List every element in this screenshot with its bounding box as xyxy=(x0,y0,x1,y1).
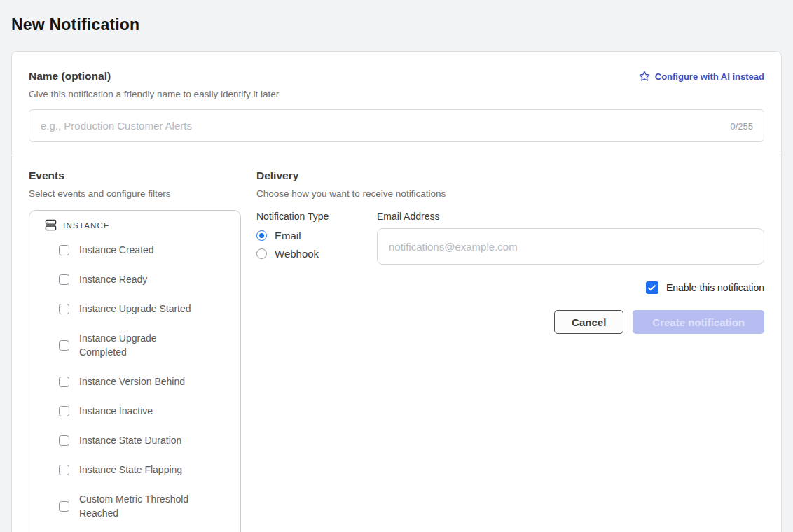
event-item-instance-ready[interactable]: Instance Ready xyxy=(29,272,240,286)
name-section-description: Give this notification a friendly name t… xyxy=(29,89,764,99)
new-notification-card: Name (optional) Configure with AI instea… xyxy=(11,51,782,532)
enable-notification-label: Enable this notification xyxy=(666,282,764,293)
events-section: Events Select events and configure filte… xyxy=(29,169,241,532)
star-icon xyxy=(639,71,650,82)
email-address-label: Email Address xyxy=(377,211,764,222)
name-section-heading: Name (optional) xyxy=(29,70,111,83)
checkbox[interactable] xyxy=(59,406,69,416)
configure-with-ai-button[interactable]: Configure with AI instead xyxy=(639,71,764,82)
checkbox[interactable] xyxy=(59,435,69,446)
checkbox[interactable] xyxy=(59,501,69,512)
notification-type-label: Notification Type xyxy=(256,211,377,222)
event-item-custom-metric-threshold[interactable]: Custom Metric Threshold Reached xyxy=(29,492,240,520)
delivery-section: Delivery Choose how you want to receive … xyxy=(256,169,764,532)
checkbox[interactable] xyxy=(59,340,69,351)
event-item-instance-version-behind[interactable]: Instance Version Behind xyxy=(29,374,240,388)
events-heading: Events xyxy=(29,169,241,182)
create-notification-button[interactable]: Create notification xyxy=(633,310,764,334)
server-icon xyxy=(45,219,57,231)
radio-option-webhook[interactable]: Webhook xyxy=(256,248,377,260)
events-description: Select events and configure filters xyxy=(29,188,241,199)
char-counter: 0/255 xyxy=(730,120,753,131)
enable-notification-row[interactable]: Enable this notification xyxy=(256,281,764,294)
radio-webhook[interactable] xyxy=(256,248,267,259)
event-item-instance-upgrade-completed[interactable]: Instance Upgrade Completed xyxy=(29,331,240,359)
configure-with-ai-label: Configure with AI instead xyxy=(655,71,764,82)
event-item-instance-state-flapping[interactable]: Instance State Flapping xyxy=(29,463,240,477)
checkbox[interactable] xyxy=(59,304,69,314)
event-item-instance-inactive[interactable]: Instance Inactive xyxy=(29,404,240,418)
checkbox[interactable] xyxy=(59,274,69,285)
event-item-instance-created[interactable]: Instance Created xyxy=(29,243,240,257)
checkbox[interactable] xyxy=(59,465,69,475)
notification-name-input[interactable] xyxy=(29,109,764,142)
delivery-description: Choose how you want to receive notificat… xyxy=(256,188,764,199)
event-item-instance-upgrade-started[interactable]: Instance Upgrade Started xyxy=(29,302,240,316)
checkbox[interactable] xyxy=(59,245,69,255)
checkbox[interactable] xyxy=(59,377,69,387)
event-group-label: INSTANCE xyxy=(63,221,110,230)
radio-option-email[interactable]: Email xyxy=(256,230,377,241)
name-section: Name (optional) Configure with AI instea… xyxy=(12,52,781,155)
page-title: New Notification xyxy=(11,15,793,34)
event-group-instance: INSTANCE xyxy=(29,219,240,231)
enable-notification-checkbox[interactable] xyxy=(646,281,658,294)
radio-email[interactable] xyxy=(256,230,267,241)
email-address-input[interactable] xyxy=(377,228,764,265)
events-list: INSTANCE Instance Created Instance Ready… xyxy=(29,210,241,532)
delivery-heading: Delivery xyxy=(256,169,764,182)
cancel-button[interactable]: Cancel xyxy=(554,310,623,334)
event-item-instance-state-duration[interactable]: Instance State Duration xyxy=(29,433,240,447)
